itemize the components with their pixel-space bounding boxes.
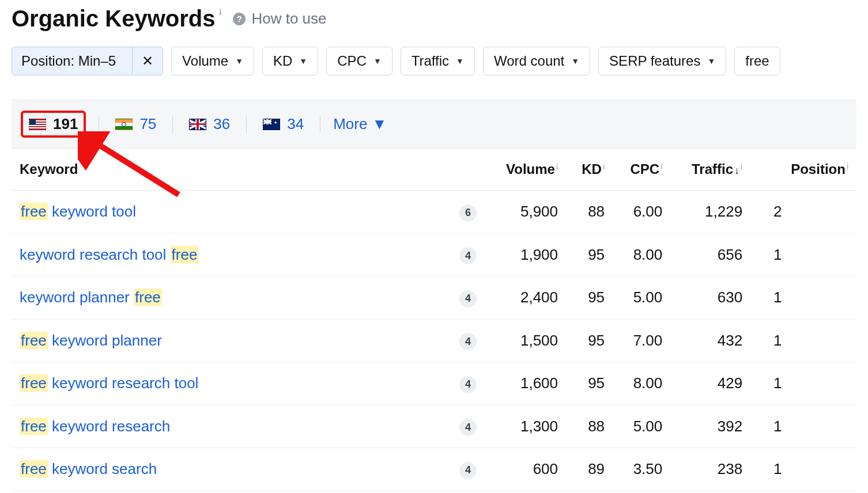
filter-serp-features-chip[interactable]: SERP features ▼ [598,47,726,75]
flag-au-icon [263,119,280,130]
divider [320,116,320,133]
filter-label: Traffic [412,53,449,69]
highlight: free [134,289,162,306]
filter-search-text[interactable]: free [734,47,780,75]
highlight: free [20,418,48,435]
position-cell: 1 [750,276,856,320]
keyword-link[interactable]: keyword research tool free [20,246,198,263]
kd-cell: 88 [566,405,613,448]
sort-desc-icon: ↓ [734,165,739,176]
volume-cell: 1,300 [485,405,566,448]
country-count: 75 [139,115,156,133]
col-label: CPC [630,161,659,177]
filter-wordcount-chip[interactable]: Word count ▼ [483,47,590,75]
serp-count-badge[interactable]: 4 [459,376,477,393]
flag-gb-icon [189,119,206,130]
traffic-cell: 238 [670,448,750,491]
page-title-text: Organic Keywords [12,6,215,31]
country-tabs: 191 75 36 34 More ▼ [12,100,856,149]
cpc-cell: 8.00 [613,233,670,276]
filter-kd-chip[interactable]: KD ▼ [262,47,318,75]
divider [172,116,173,133]
serp-count-badge[interactable]: 6 [459,204,477,222]
highlight: free [20,203,48,220]
kd-cell: 95 [566,362,613,405]
filter-label: KD [273,53,292,69]
filter-label: SERP features [609,53,700,69]
keyword-link[interactable]: free keyword research [20,418,170,435]
cpc-cell: 3.50 [613,448,670,491]
serp-count-badge[interactable]: 4 [459,419,477,436]
filter-cpc-chip[interactable]: CPC ▼ [326,47,393,75]
traffic-cell: 630 [670,276,750,320]
filter-traffic-chip[interactable]: Traffic ▼ [401,47,475,75]
keyword-link[interactable]: keyword planner free [20,289,162,306]
position-cell: 1 [750,448,856,491]
keyword-link[interactable]: free keyword research tool [20,374,198,392]
divider [246,116,247,133]
how-to-use-link[interactable]: ? How to use [233,10,326,28]
close-icon[interactable]: ✕ [132,47,163,75]
filter-label: CPC [337,53,367,69]
divider [99,116,99,133]
highlight: free [20,460,48,477]
table-row: free keyword planner41,500957.004321 [12,319,856,362]
info-icon: i [847,162,848,171]
chevron-down-icon: ▼ [707,56,715,66]
serp-count-badge[interactable]: 4 [459,290,477,308]
position-cell: 1 [750,405,856,448]
keyword-link[interactable]: free keyword planner [20,332,162,349]
serp-count-badge[interactable]: 4 [459,333,477,350]
filter-search-value: free [745,53,769,69]
kd-cell: 95 [566,319,613,362]
filter-label: Word count [494,53,564,69]
cpc-cell: 7.00 [613,319,670,362]
info-icon: i [556,162,558,171]
info-icon: i [220,7,222,17]
col-keyword-header[interactable]: Keyword [12,149,451,191]
position-cell: 1 [750,233,856,276]
keywords-table: Keyword Volumei KDi CPCi Traffic↓i Posit… [12,149,856,491]
cpc-cell: 5.00 [613,405,670,448]
serp-count-badge[interactable]: 4 [459,462,477,479]
table-row: keyword planner free42,400955.006301 [12,276,856,320]
col-position-header[interactable]: Positioni [750,149,856,191]
col-cpc-header[interactable]: CPCi [613,149,670,191]
country-count: 191 [53,115,78,133]
col-serp-badge-header [451,149,485,191]
serp-count-badge[interactable]: 4 [459,247,477,264]
col-kd-header[interactable]: KDi [566,149,613,191]
country-tab-in[interactable]: 75 [112,114,160,134]
table-row: free keyword tool65,900886.001,2292 [12,191,856,234]
keyword-link[interactable]: free keyword tool [20,203,136,220]
traffic-cell: 1,229 [670,191,750,234]
col-label: KD [582,161,602,177]
traffic-cell: 429 [670,362,750,405]
country-tab-us[interactable]: 191 [21,111,86,138]
chevron-down-icon: ▼ [373,56,382,66]
cpc-cell: 5.00 [613,276,670,320]
filter-volume-chip[interactable]: Volume ▼ [171,47,254,75]
table-row: keyword research tool free41,900958.0065… [12,233,856,276]
flag-us-icon [29,119,46,130]
position-cell: 1 [750,319,856,362]
country-more-link[interactable]: More ▼ [333,115,387,133]
traffic-cell: 656 [670,233,750,276]
highlight: free [171,246,199,263]
volume-cell: 1,500 [485,319,566,362]
keyword-link[interactable]: free keyword search [20,460,157,477]
volume-cell: 600 [485,448,566,491]
col-traffic-header[interactable]: Traffic↓i [670,149,750,191]
col-volume-header[interactable]: Volumei [485,149,566,191]
volume-cell: 5,900 [485,191,566,234]
kd-cell: 95 [566,276,613,320]
country-tab-au[interactable]: 34 [259,114,307,134]
table-row: free keyword research tool41,600958.0042… [12,362,856,405]
info-icon: i [741,162,742,171]
info-icon: i [661,162,662,171]
filter-position-label: Position: Min–5 [12,47,125,75]
filter-position-chip[interactable]: Position: Min–5 ✕ [12,47,163,75]
volume-cell: 2,400 [485,276,566,320]
country-tab-gb[interactable]: 36 [186,114,233,134]
cpc-cell: 6.00 [613,191,670,234]
